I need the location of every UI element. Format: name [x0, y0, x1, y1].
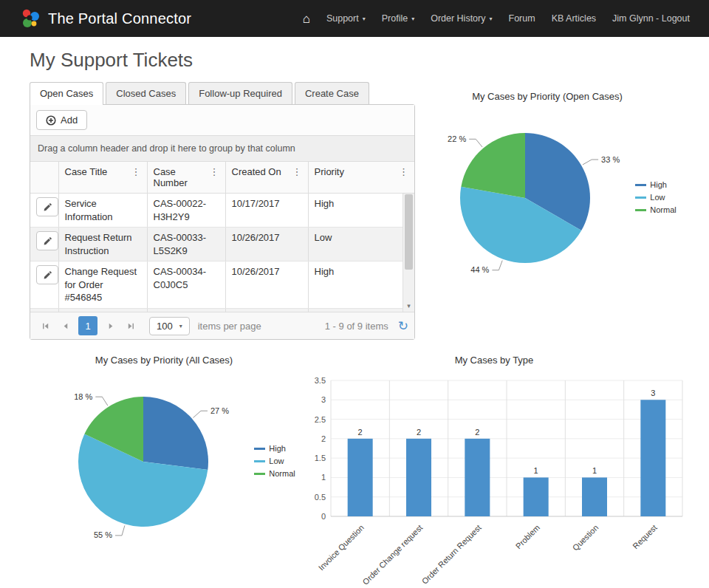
bar-5[interactable] — [640, 400, 665, 516]
refresh-icon: ↻ — [398, 319, 408, 333]
header-created-on[interactable]: Created On⋮ — [225, 162, 308, 194]
table-row[interactable]: Change Request for Order #546845 CAS-000… — [30, 261, 414, 309]
edit-icon — [43, 236, 52, 246]
nav-forum-label: Forum — [509, 13, 535, 24]
home-icon: ⌂ — [303, 13, 310, 25]
y-tick-label: 0 — [321, 512, 326, 521]
nav-order-history-label: Order History — [431, 13, 485, 24]
chevron-down-icon: ▾ — [363, 16, 366, 22]
edit-row-button[interactable] — [36, 231, 58, 250]
legend-item-normal[interactable]: Normal — [254, 469, 295, 478]
pager-next-button[interactable] — [102, 317, 120, 335]
pager-page-1[interactable]: 1 — [78, 316, 97, 335]
legend-marker — [254, 448, 265, 450]
legend-marker — [635, 209, 646, 211]
x-category-label: Order Return Request — [420, 523, 483, 586]
bar-4[interactable] — [582, 477, 607, 516]
bar-2[interactable] — [465, 439, 490, 516]
nav-logout[interactable]: Jim Glynn - Logout — [612, 13, 690, 24]
cell-priority: High — [315, 265, 409, 278]
group-drop-area[interactable]: Drag a column header and drop it here to… — [30, 136, 414, 162]
column-menu-icon[interactable]: ⋮ — [290, 166, 302, 178]
legend-label: Low — [650, 193, 665, 202]
bar-value-label: 2 — [475, 428, 479, 437]
header-case-title[interactable]: Case Title⋮ — [58, 162, 147, 194]
cell-created-on: 10/26/2017 — [232, 231, 302, 245]
pie-percent-label: 33 % — [601, 155, 620, 164]
tab-open-cases[interactable]: Open Cases — [30, 82, 103, 105]
refresh-button[interactable]: ↻ — [398, 320, 408, 332]
cell-priority: High — [315, 197, 409, 211]
tab-closed-cases[interactable]: Closed Cases — [106, 82, 186, 104]
tab-create-case[interactable]: Create Case — [295, 82, 369, 104]
nav-profile-label: Profile — [382, 13, 408, 24]
bar-1[interactable] — [406, 439, 431, 516]
nav-support[interactable]: Support▾ — [326, 13, 366, 24]
grid-header: Case Title⋮ Case Number⋮ Created On⋮ Pri… — [30, 162, 414, 194]
legend-item-low[interactable]: Low — [254, 457, 295, 465]
add-button-label: Add — [61, 114, 78, 126]
legend-label: Low — [269, 457, 284, 465]
pie-open-cases-svg[interactable]: 33 %44 %22 % — [418, 111, 632, 284]
header-case-number[interactable]: Case Number⋮ — [147, 162, 225, 194]
scrollbar-thumb[interactable] — [405, 194, 413, 270]
legend-item-normal[interactable]: Normal — [635, 205, 676, 214]
top-nav-bar: The Portal Connector ⌂ Support▾ Profile▾… — [0, 0, 709, 37]
legend-item-high[interactable]: High — [254, 444, 295, 453]
nav-profile[interactable]: Profile▾ — [382, 13, 414, 24]
tab-follow-up-required[interactable]: Follow-up Required — [188, 82, 292, 104]
pie-percent-label: 44 % — [471, 265, 490, 274]
bar-value-label: 2 — [417, 428, 421, 437]
header-edit-column — [30, 162, 58, 194]
brand-name: The Portal Connector — [48, 10, 191, 27]
x-category-label: Question — [571, 523, 600, 553]
pie-slice-high[interactable] — [143, 397, 208, 470]
pager-prev-button[interactable] — [56, 317, 74, 335]
tabstrip: Open Cases Closed Cases Follow-up Requir… — [30, 82, 415, 104]
edit-row-button[interactable] — [36, 197, 58, 216]
bar-chart-svg[interactable]: 00.511.522.533.52Invoice Question2Order … — [298, 372, 690, 588]
portal-connector-logo — [19, 7, 41, 30]
pager-last-button[interactable] — [122, 317, 140, 335]
pager-first-button[interactable] — [36, 317, 54, 335]
x-category-label: Invoice Question — [317, 523, 366, 572]
pie-all-cases-chart: My Cases by Priority (All Cases) 27 %55 … — [30, 346, 298, 588]
bar-3[interactable] — [524, 477, 549, 516]
y-tick-label: 0.5 — [315, 493, 326, 502]
column-menu-icon[interactable]: ⋮ — [129, 166, 141, 178]
chart-legend: HighLowNormal — [635, 180, 676, 214]
legend-item-low[interactable]: Low — [635, 193, 676, 202]
scroll-down-icon[interactable]: ▾ — [403, 301, 414, 312]
table-row[interactable]: Service Information CAS-00022-H3H2Y9 10/… — [30, 194, 414, 228]
nav-order-history[interactable]: Order History▾ — [431, 13, 492, 24]
legend-item-high[interactable]: High — [635, 180, 676, 189]
grid-scrollbar[interactable]: ▾ — [403, 194, 414, 312]
bar-cases-by-type-chart: My Cases by Type 00.511.522.533.52Invoic… — [298, 346, 690, 588]
bar-value-label: 1 — [534, 466, 538, 475]
pie-slice-normal[interactable] — [462, 133, 526, 198]
table-row[interactable]: Request Return Instruction CAS-00033-L5S… — [30, 228, 414, 261]
cell-case-title: Service Information — [65, 197, 141, 223]
header-priority[interactable]: Priority⋮ — [308, 162, 414, 194]
table-row[interactable]: Question — [30, 308, 414, 312]
header-case-number-label: Case Number — [154, 166, 207, 188]
edit-row-button[interactable] — [36, 265, 58, 284]
column-menu-icon[interactable]: ⋮ — [396, 166, 408, 178]
bar-0[interactable] — [348, 439, 373, 516]
chevron-down-icon: ▾ — [411, 16, 414, 22]
nav-home[interactable]: ⌂ — [303, 13, 310, 25]
page-size-value: 100 — [157, 321, 173, 332]
chart-title: My Cases by Priority (All Cases) — [95, 355, 233, 366]
brand[interactable]: The Portal Connector — [19, 7, 191, 30]
pie-wrap: 33 %44 %22 % HighLowNormal — [418, 111, 676, 284]
y-tick-label: 3 — [321, 395, 326, 404]
legend-marker — [254, 460, 265, 462]
page-size-select[interactable]: 100 ▾ — [149, 317, 190, 335]
column-menu-icon[interactable]: ⋮ — [207, 166, 219, 178]
nav-kb-articles[interactable]: KB Articles — [552, 13, 596, 24]
pie-all-cases-svg[interactable]: 27 %55 %18 % — [32, 375, 251, 547]
header-created-on-label: Created On — [232, 166, 281, 177]
add-case-button[interactable]: Add — [36, 110, 87, 130]
nav-forum[interactable]: Forum — [509, 13, 535, 24]
chart-title: My Cases by Type — [455, 355, 534, 366]
